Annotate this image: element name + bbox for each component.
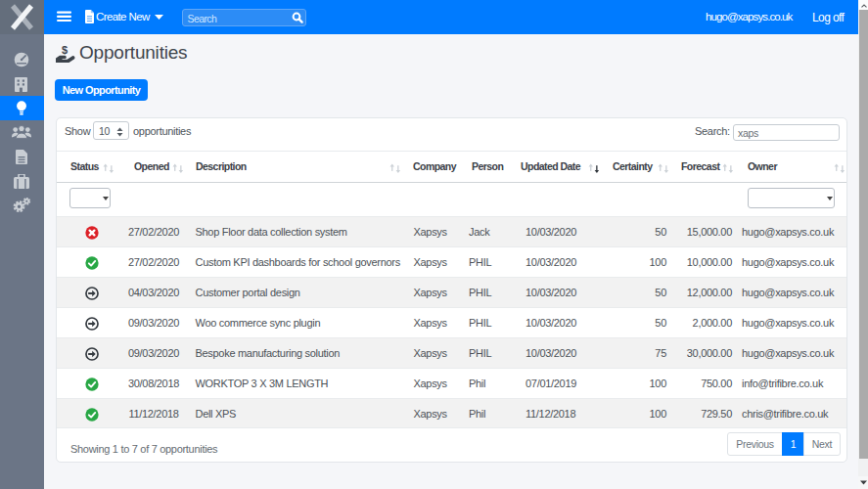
svg-text:$: $ (62, 44, 68, 56)
